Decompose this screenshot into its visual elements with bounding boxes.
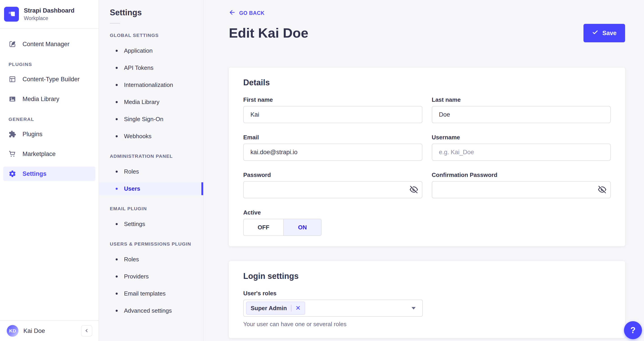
save-label: Save — [602, 30, 616, 37]
active-label: Active — [243, 209, 611, 216]
confirmation-password-label: Confirmation Password — [432, 172, 611, 178]
toggle-confirmation-visibility-button[interactable] — [596, 183, 609, 196]
content-manager-icon — [8, 40, 16, 48]
confirmation-password-input[interactable] — [432, 181, 611, 198]
first-name-input[interactable] — [243, 106, 422, 123]
bullet-icon — [116, 276, 118, 278]
subnav-item-label: Webhooks — [124, 133, 152, 140]
subnav-item-label: API Tokens — [124, 64, 154, 71]
subnav-item-application[interactable]: Application — [99, 44, 203, 57]
bullet-icon — [116, 258, 118, 260]
go-back-link[interactable]: GO BACK — [229, 9, 264, 17]
nav-item-label: Marketplace — [22, 150, 56, 158]
login-settings-card: Login settings User's roles Super Admin … — [229, 261, 625, 338]
subnav-item-label: Email templates — [124, 290, 166, 297]
password-field: Password — [243, 172, 422, 198]
roles-select[interactable]: Super Admin ✕ — [243, 300, 423, 317]
subnav-section-label: GLOBAL SETTINGS — [110, 33, 203, 38]
email-input[interactable] — [243, 144, 422, 161]
subnav-item-email-templates[interactable]: Email templates — [99, 287, 203, 300]
brand-text: Strapi Dashboard Workplace — [24, 7, 74, 21]
subnav-item-webhooks[interactable]: Webhooks — [99, 130, 203, 143]
toggle-password-visibility-button[interactable] — [407, 183, 420, 196]
media-library-icon — [8, 95, 16, 103]
subnav-item-label: Application — [124, 47, 152, 54]
subnav-item-internationalization[interactable]: Internationalization — [99, 78, 203, 92]
bullet-icon — [116, 170, 118, 173]
subnav-item-label: Internationalization — [124, 82, 173, 88]
nav-item-label: Content-Type Builder — [22, 76, 80, 83]
help-button[interactable]: ? — [624, 321, 642, 339]
main-sidebar: Strapi Dashboard Workplace Content Manag… — [0, 0, 99, 341]
subnav-item-advanced-settings[interactable]: Advanced settings — [99, 304, 203, 317]
toggle-off-button[interactable]: OFF — [244, 219, 283, 236]
last-name-label: Last name — [432, 96, 611, 103]
first-name-field: First name — [243, 96, 422, 123]
workspace-switcher[interactable]: Strapi Dashboard Workplace — [0, 0, 98, 28]
subnav-item-admin-roles[interactable]: Roles — [99, 165, 203, 178]
last-name-input[interactable] — [432, 106, 611, 123]
subnav-item-email-settings[interactable]: Settings — [99, 218, 203, 230]
tag-divider — [291, 305, 292, 312]
nav-item-marketplace[interactable]: Marketplace — [3, 147, 96, 161]
nav-section-general-label: GENERAL — [8, 116, 96, 122]
subnav-item-api-tokens[interactable]: API Tokens — [99, 62, 203, 74]
subnav-section-global: GLOBAL SETTINGS Application API Tokens I… — [99, 33, 203, 143]
username-input[interactable] — [432, 144, 611, 161]
nav-item-content-manager[interactable]: Content Manager — [3, 37, 96, 51]
bullet-icon — [116, 223, 118, 225]
page-title: Edit Kai Doe — [229, 24, 308, 42]
toggle-on-button[interactable]: ON — [283, 219, 321, 236]
bullet-icon — [116, 135, 118, 137]
subnav-section-label: EMAIL PLUGIN — [110, 206, 203, 211]
subnav-item-label: Roles — [124, 256, 139, 263]
subnav-section-label: ADMINISTRATION PANEL — [110, 154, 203, 159]
login-settings-title: Login settings — [243, 272, 611, 281]
last-name-field: Last name — [432, 96, 611, 123]
bullet-icon — [116, 101, 118, 103]
subnav-item-label: Advanced settings — [124, 307, 172, 314]
nav-item-label: Plugins — [22, 131, 42, 138]
plugins-puzzle-icon — [8, 130, 16, 138]
collapse-sidebar-button[interactable] — [81, 325, 92, 336]
subnav-item-label: Media Library — [124, 98, 160, 106]
email-field: Email — [243, 134, 422, 161]
user-avatar[interactable]: KD — [7, 325, 18, 337]
subnav-item-up-roles[interactable]: Roles — [99, 253, 203, 266]
roles-hint: Your user can have one or several roles — [243, 321, 611, 328]
check-icon — [592, 29, 598, 37]
app-root: Strapi Dashboard Workplace Content Manag… — [0, 0, 644, 341]
nav-item-plugins[interactable]: Plugins — [3, 127, 96, 141]
nav-section-plugins-label: PLUGINS — [8, 62, 96, 67]
subnav-item-label: Providers — [124, 273, 149, 280]
chevron-left-icon — [84, 328, 89, 334]
subnav-title: Settings — [110, 8, 203, 18]
workspace-title: Strapi Dashboard — [24, 7, 74, 14]
details-grid: First name Last name Email — [243, 96, 611, 198]
subnav-item-label: Settings — [124, 220, 145, 228]
bullet-icon — [116, 50, 118, 52]
settings-subnav: Settings GLOBAL SETTINGS Application API… — [99, 0, 204, 341]
content-type-builder-icon — [8, 76, 16, 83]
nav-item-label: Content Manager — [22, 41, 70, 48]
save-button[interactable]: Save — [584, 24, 625, 42]
arrow-left-icon — [229, 9, 236, 17]
nav-item-content-type-builder[interactable]: Content-Type Builder — [3, 72, 96, 86]
nav-item-media-library[interactable]: Media Library — [3, 92, 96, 106]
remove-role-button[interactable]: ✕ — [296, 305, 300, 311]
user-roles-field: User's roles Super Admin ✕ Your user can… — [243, 290, 611, 328]
bullet-icon — [116, 84, 118, 86]
password-input[interactable] — [243, 181, 422, 198]
subnav-item-admin-users[interactable]: Users — [99, 182, 203, 195]
main-nav: Content Manager PLUGINS Content-Type Bui… — [0, 29, 98, 320]
subnav-item-media-library[interactable]: Media Library — [99, 96, 203, 108]
subnav-item-providers[interactable]: Providers — [99, 270, 203, 283]
first-name-label: First name — [243, 96, 422, 103]
bullet-icon — [116, 310, 118, 312]
username-label: Username — [432, 134, 611, 141]
subnav-section-admin: ADMINISTRATION PANEL Roles Users — [99, 154, 203, 195]
subnav-item-single-sign-on[interactable]: Single Sign-On — [99, 113, 203, 126]
confirmation-password-field: Confirmation Password — [432, 172, 611, 198]
workspace-subtitle: Workplace — [24, 15, 74, 22]
nav-item-settings[interactable]: Settings — [3, 166, 96, 181]
